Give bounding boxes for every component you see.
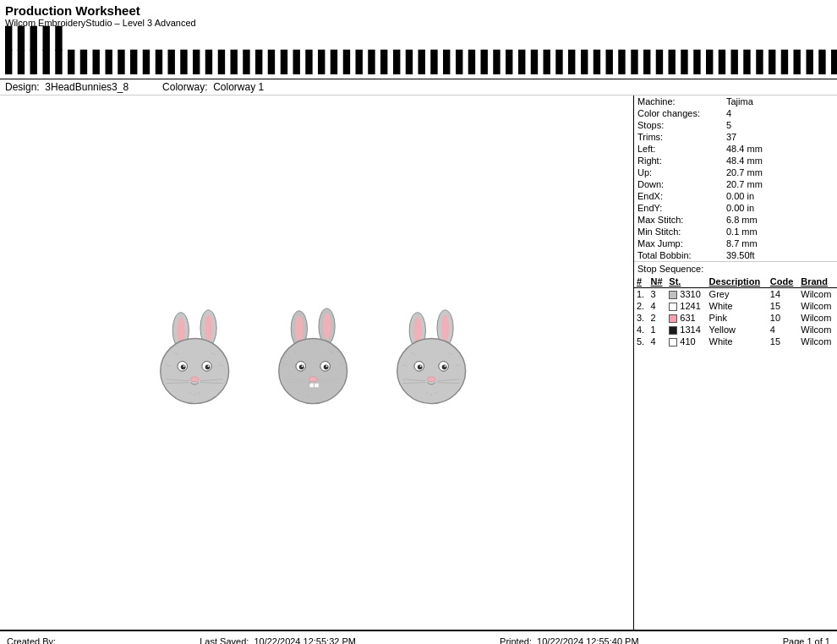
down-value: 20.7 mm [723,178,837,190]
printed-label: Printed: [500,636,532,645]
page-title: Production Worksheet [5,3,837,18]
left-value: 48.4 mm [723,143,837,155]
svg-point-26 [322,314,331,340]
row-n: 4 [648,300,667,312]
row-brand: Wilcom [798,336,837,347]
row-n: 2 [648,312,667,324]
col-n: N# [648,276,667,288]
design-field: Design: 3HeadBunnies3_8 [5,81,129,93]
svg-point-62 [444,365,446,367]
stops-label: Stops: [634,119,723,131]
stops-value: 5 [723,119,837,131]
svg-rect-40 [315,384,319,388]
row-code: 15 [768,300,798,312]
svg-point-3 [204,315,212,341]
color-swatch [669,314,677,323]
svg-point-13 [183,365,184,367]
right-value: 48.4 mm [723,155,837,166]
svg-point-24 [295,316,304,342]
colorway-field: Colorway: Colorway 1 [162,81,264,93]
row-swatch: 3310 [666,288,706,301]
down-label: Down: [634,178,723,190]
min-stitch-value: 0.1 mm [723,226,837,237]
design-label: Design: [5,81,40,93]
row-brand: Wilcom [798,288,837,301]
trims-value: 37 [723,131,837,143]
header-left: Production Worksheet Wilcom EmbroiderySt… [5,3,837,75]
svg-point-35 [323,364,328,369]
table-row: 1. 3 3310 Grey 14 Wilcom [634,288,837,301]
design-value: 3HeadBunnies3_8 [45,81,129,93]
row-num: 3. [634,312,648,324]
specs-table: Machine: Tajima Color changes: 4 Stops: … [634,96,837,261]
page-number: Page 1 of 1 [783,636,830,645]
barcode: ▌▌▌▌▌ ▌▌▌▌▌▌▌▌▌▌▌▌▌▌▌▌▌▌▌▌▌▌▌▌▌▌▌▌▌▌▌▌▌▌… [5,28,837,75]
printed: Printed: 10/22/2024 12:55:40 PM [500,636,639,645]
col-code: Code [768,276,798,288]
col-brand: Brand [798,276,837,288]
svg-point-21 [194,394,195,396]
svg-point-20 [189,392,191,394]
svg-point-63 [427,377,435,382]
up-label: Up: [634,166,723,178]
row-swatch: 1241 [666,300,706,312]
design-canvas [0,96,634,630]
row-code: 15 [768,336,798,347]
row-num: 4. [634,324,648,336]
subtitle: Wilcom EmbroideryStudio – Level 3 Advanc… [5,18,837,28]
svg-point-22 [198,392,200,394]
max-jump-value: 8.7 mm [723,237,837,249]
design-info: Design: 3HeadBunnies3_8 Colorway: Colorw… [0,79,837,96]
table-row: 4. 1 1314 Yellow 4 Wilcom [634,324,837,336]
svg-point-1 [177,318,185,344]
up-value: 20.7 mm [723,166,837,178]
created-by: Created By: [7,636,56,645]
svg-point-15 [190,377,199,382]
last-saved-label: Last Saved: [200,636,249,645]
svg-point-14 [207,365,209,367]
last-saved-value: 10/22/2024 12:55:32 PM [254,636,355,645]
bunny-3 [385,308,486,418]
endx-label: EndX: [634,190,723,202]
svg-point-36 [301,365,303,367]
svg-point-68 [426,392,428,394]
color-swatch [669,291,677,299]
main-content: Machine: Tajima Color changes: 4 Stops: … [0,96,837,630]
row-code: 10 [768,312,798,324]
total-bobbin-value: 39.50ft [723,249,837,261]
svg-point-12 [205,364,210,369]
svg-point-59 [417,364,422,369]
endy-label: EndY: [634,202,723,214]
color-changes-value: 4 [723,107,837,119]
created-by-label: Created By: [7,636,56,645]
row-brand: Wilcom [798,312,837,324]
right-panel: Machine: Tajima Color changes: 4 Stops: … [634,96,837,630]
colorway-value: Colorway 1 [213,81,264,93]
row-description: White [707,336,768,347]
row-description: White [707,300,768,312]
left-label: Left: [634,143,723,155]
svg-point-47 [316,394,318,396]
row-n: 3 [648,288,667,301]
table-row: 3. 2 631 Pink 10 Wilcom [634,312,837,324]
row-brand: Wilcom [798,324,837,336]
svg-point-69 [430,394,432,396]
printed-value: 10/22/2024 12:55:40 PM [537,636,638,645]
total-bobbin-label: Total Bobbin: [634,249,723,261]
row-n: 4 [648,336,667,347]
svg-point-34 [298,364,304,369]
svg-point-45 [308,394,309,396]
row-swatch: 1314 [666,324,706,336]
col-hash: # [634,276,648,288]
row-swatch: 631 [666,312,706,324]
color-swatch [669,326,677,335]
table-row: 5. 4 410 White 15 Wilcom [634,336,837,347]
svg-point-70 [435,392,436,394]
svg-point-51 [440,315,449,341]
stop-sequence-table: # N# St. Description Code Brand 1. 3 331… [634,276,837,347]
max-jump-label: Max Jump: [634,237,723,249]
svg-point-49 [413,318,422,344]
endy-value: 0.00 in [723,202,837,214]
svg-point-37 [326,365,327,367]
colorway-label: Colorway: [162,81,207,93]
